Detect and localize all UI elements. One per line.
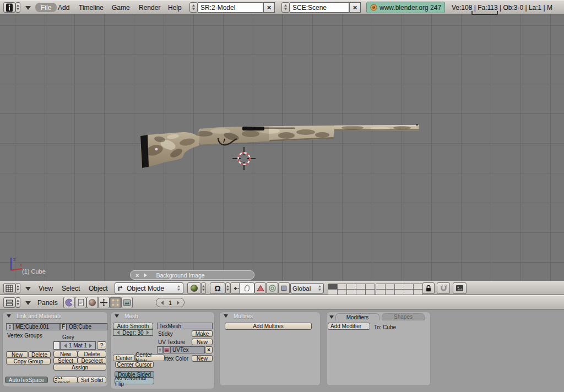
logic-context-button[interactable] xyxy=(63,297,75,308)
square-manipulator-button[interactable] xyxy=(278,282,290,294)
add-modifier-button[interactable]: Add Modifier xyxy=(328,323,370,330)
center-cursor-button[interactable]: Center Cursor xyxy=(115,361,154,368)
editor-type-stepper[interactable] xyxy=(15,2,20,13)
decrement-arrow-icon[interactable] xyxy=(62,344,67,348)
autotexspace-toggle[interactable]: AutoTexSpace xyxy=(5,377,48,383)
vgroup-delete-button[interactable]: Delete xyxy=(28,351,51,358)
decrement-arrow-icon[interactable] xyxy=(159,301,164,305)
menu-panels[interactable]: Panels xyxy=(37,299,58,307)
material-assign-button[interactable]: Assign xyxy=(53,364,106,371)
pivot-dropdown[interactable]: Ω xyxy=(210,282,225,294)
increment-arrow-icon[interactable] xyxy=(89,344,94,348)
lock-layers-button[interactable] xyxy=(422,282,435,294)
material-new-button[interactable]: New xyxy=(53,351,78,357)
uvtex-delete-button[interactable]: × xyxy=(205,346,213,353)
set-solid-button[interactable]: Set Solid xyxy=(78,377,106,383)
scene-close-button[interactable]: × xyxy=(349,2,361,13)
menu-help[interactable]: Help xyxy=(168,4,182,12)
center-button[interactable]: Center xyxy=(113,355,135,361)
panel-collapse-icon[interactable] xyxy=(115,314,119,320)
layer-6[interactable] xyxy=(376,284,385,289)
screen-selector-stepper[interactable] xyxy=(189,2,198,13)
header-collapse-icon[interactable] xyxy=(25,6,31,13)
layer-12[interactable] xyxy=(338,290,346,295)
scale-manipulator-button[interactable] xyxy=(266,282,278,294)
menu-object[interactable]: Object xyxy=(89,285,108,292)
layer-9[interactable] xyxy=(404,284,413,289)
add-multires-button[interactable]: Add Multires xyxy=(225,323,312,330)
menu-add[interactable]: Add xyxy=(58,4,69,12)
buttons-editor-type-button[interactable] xyxy=(3,297,15,308)
material-select-button[interactable]: Select xyxy=(53,357,78,364)
close-icon[interactable]: × xyxy=(135,272,139,279)
copy-group-button[interactable]: Copy Group xyxy=(6,358,51,364)
menu-view[interactable]: View xyxy=(39,285,53,292)
increment-arrow-icon[interactable] xyxy=(177,301,182,305)
rotate-manipulator-button[interactable] xyxy=(254,282,266,294)
translate-manipulator-button[interactable] xyxy=(239,282,254,294)
window-corner-widget[interactable] xyxy=(471,10,499,16)
panel-collapse-icon[interactable] xyxy=(329,315,334,321)
menu-timeline[interactable]: Timeline xyxy=(79,4,104,12)
buttons-context-number[interactable]: 1 xyxy=(156,298,185,307)
viewport-editor-type-button[interactable] xyxy=(3,283,15,293)
object-name-field[interactable]: OB:Cube xyxy=(67,323,107,330)
layer-17[interactable] xyxy=(386,290,394,295)
pivot-stepper[interactable] xyxy=(225,282,230,294)
panel-collapse-icon[interactable] xyxy=(7,314,11,320)
shading-context-button[interactable] xyxy=(86,297,98,308)
render-preview-button[interactable] xyxy=(453,282,467,294)
panel-collapse-icon[interactable] xyxy=(224,314,228,320)
menu-file[interactable]: File xyxy=(35,3,57,12)
auto-smooth-toggle[interactable]: Auto Smooth xyxy=(113,323,153,329)
layer-buttons-group-2[interactable] xyxy=(376,284,423,295)
expand-arrow-icon[interactable] xyxy=(144,273,149,277)
buttons-editor-stepper[interactable] xyxy=(15,297,20,308)
draw-mode-button[interactable] xyxy=(187,282,201,294)
orientation-dropdown[interactable]: Global xyxy=(290,283,324,293)
editor-type-button[interactable] xyxy=(3,2,15,13)
layer-1[interactable] xyxy=(328,284,337,289)
decrement-arrow-icon[interactable] xyxy=(115,330,120,335)
mesh-browse-stepper[interactable] xyxy=(6,323,13,330)
layer-10[interactable] xyxy=(414,284,422,289)
vertex-color-new-button[interactable]: New xyxy=(192,355,213,362)
layer-7[interactable] xyxy=(386,284,394,289)
uvtex-name-field[interactable]: UVTex xyxy=(170,346,205,353)
tab-modifiers[interactable]: Modifiers xyxy=(335,313,379,320)
material-deselect-button[interactable]: Deselect xyxy=(78,357,106,364)
layer-11[interactable] xyxy=(328,290,337,295)
layer-19[interactable] xyxy=(404,290,413,295)
mesh-name-field[interactable]: ME:Cube.001 xyxy=(13,323,60,330)
material-delete-button[interactable]: Delete xyxy=(78,351,106,357)
layer-15[interactable] xyxy=(366,290,375,295)
tab-shapes[interactable]: Shapes xyxy=(382,313,425,320)
editing-context-button[interactable] xyxy=(110,297,121,308)
layer-8[interactable] xyxy=(395,284,404,289)
vgroup-new-button[interactable]: New xyxy=(6,351,28,358)
material-color-swatch[interactable] xyxy=(53,341,60,350)
screen-close-button[interactable]: × xyxy=(263,2,275,13)
increment-arrow-icon[interactable] xyxy=(147,330,151,335)
layer-20[interactable] xyxy=(414,290,422,295)
layer-2[interactable] xyxy=(338,284,346,289)
fake-user-button[interactable]: F xyxy=(60,323,67,330)
object-context-button[interactable] xyxy=(98,297,110,308)
layer-18[interactable] xyxy=(395,290,404,295)
blender-version-badge[interactable]: www.blender.org 247 xyxy=(366,2,445,13)
scene-selector-field[interactable]: SCE:Scene xyxy=(290,2,349,13)
material-help-button[interactable]: ? xyxy=(97,341,106,350)
material-index-stepper[interactable]: 1 Mat 1 xyxy=(60,341,96,350)
snap-button[interactable] xyxy=(437,282,450,294)
shotgun-model[interactable] xyxy=(138,120,424,171)
background-image-panel[interactable]: × Background Image xyxy=(130,270,254,280)
viewport-editor-stepper[interactable] xyxy=(15,283,20,293)
script-context-button[interactable] xyxy=(75,297,86,308)
screen-selector-field[interactable]: SR:2-Model xyxy=(198,2,263,13)
layer-3[interactable] xyxy=(347,284,356,289)
3d-viewport[interactable]: z x (1) Cube × Background Image xyxy=(0,14,564,281)
draw-mode-stepper[interactable] xyxy=(201,282,206,294)
scene-context-button[interactable] xyxy=(121,297,133,308)
no-vnormal-flip-toggle[interactable]: No V.Normal Flip xyxy=(115,378,154,384)
menu-render[interactable]: Render xyxy=(139,4,160,12)
